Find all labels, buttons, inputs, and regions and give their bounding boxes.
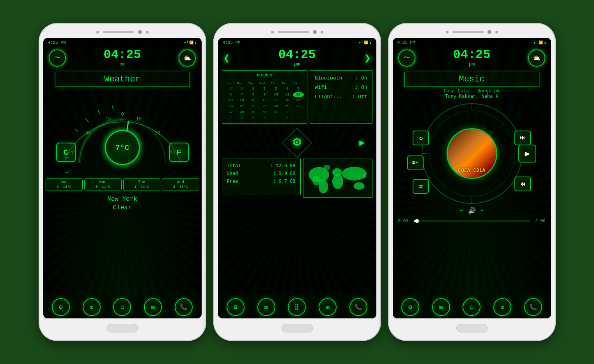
phone3-bottom [393,324,551,332]
weather-condition: Clear [43,203,202,212]
home-icon: ⌂ [121,304,124,311]
time-total: 2:59 [533,219,546,223]
forecast-sun[interactable]: Sun 3 -14°C [46,178,83,191]
status-bar: 4:25 PM ... ✱ 𝄃 📶 ▮ [43,38,202,46]
header: 〜 04:25 pm ⛅ [393,46,551,69]
p2-mid-row: ⚙ ▶ [222,129,372,156]
speaker [103,31,134,33]
header-left-btn[interactable]: 〜 [49,49,66,67]
home-physical-btn[interactable] [107,324,138,332]
skip-next-btn[interactable]: ⏭ [514,131,531,145]
skip-prev-btn[interactable]: ⏮ [514,177,531,191]
header-left-btn[interactable]: 〜 [398,49,415,67]
nav-grid[interactable]: ⣿ [288,298,306,316]
cal-hdr: Sun [225,81,236,86]
forecast-row: Sun 3 -14°C Mon 0 -11°C Tue 1 -11°C Wed … [43,178,202,191]
nav-settings[interactable]: ⚙ [227,298,245,316]
camera [488,30,491,34]
day-label: Tue [124,180,160,184]
forecast-mon[interactable]: Mon 0 -11°C [84,178,122,191]
temp-range: 1 -11°C [124,185,160,189]
time-display: 04:25 pm [103,49,141,67]
day-label: Wed [163,180,198,184]
celsius-label: C [63,148,68,157]
queue-btn[interactable]: ≡+ [407,155,424,170]
nav-phone[interactable]: 📞 [175,298,193,316]
vol-down-btn[interactable]: − [460,208,463,214]
forecast-wed[interactable]: Wed 4 -15°C [162,178,199,191]
progress-row: 0:00 2:59 [398,219,546,223]
play-btn[interactable]: ▶ [518,145,536,163]
weather-icon: ⛅ [183,54,191,62]
clock-ampm: pm [453,61,490,67]
progress-thumb [415,219,419,223]
svg-line-8 [75,129,78,132]
message-icon: ✉ [264,303,268,311]
header-right-btn[interactable]: ⛅ [528,49,545,67]
header-right-btn[interactable]: ⛅ [179,49,196,67]
fahrenheit-btn[interactable]: F [169,143,189,162]
weather-label: Weather [104,74,140,84]
message-icon: ✉ [90,303,94,311]
temp-range: 3 -14°C [47,185,82,189]
battery-icon: ▮ [369,41,371,45]
phone-icon: 📞 [355,303,362,311]
home-physical-btn[interactable] [456,324,488,332]
phone-icon: 📞 [529,303,537,311]
celsius-btn[interactable]: C [56,143,76,162]
next-arrow[interactable] [364,51,371,65]
vol-up-btn[interactable]: + [481,208,484,214]
nav-message[interactable]: ✉ [432,298,450,316]
clock-time: 04:25 [103,49,141,61]
nav-settings[interactable]: ⚙ [52,298,70,316]
phone3-screen: 4:25 PM ... ✱ 𝄃 📶 ▮ 〜 04:25 pm [393,38,551,318]
status-time: 4:25 PM [223,40,241,45]
cal-hdr: Thu [270,81,281,86]
gear-icon-large[interactable]: ⚙ [287,133,307,152]
status-bar: 4:25 PM ... ✱ 𝄃 📶 ▮ [218,38,376,46]
email-icon: ✉ [326,303,330,311]
nav-email[interactable]: ✉ [144,298,162,316]
nav-home[interactable]: ⌂ [113,298,131,316]
wifi-icon: 📶 [364,41,368,45]
prev-arrow[interactable] [223,51,230,65]
battery-icon: ▮ [544,41,546,45]
nav-settings[interactable]: ⚙ [401,298,419,316]
repeat-btn[interactable]: ↻ [413,131,429,145]
phone1-screen: 4:25 PM ... ✱ 𝄃 📶 ▮ 〜 04:25 pm [43,38,202,318]
phone2: 4:25 PM ... ✱ 𝄃 📶 ▮ 04:25 pm [213,23,381,341]
cal-hdr: Mon [236,81,247,86]
forecast-tue[interactable]: Tue 1 -11°C [123,178,161,191]
settings-icon: ⚙ [59,303,63,311]
cal-hdr: Sat [293,81,304,86]
nav-phone[interactable]: 📞 [349,298,367,316]
status-time: 4:25 PM [48,40,66,45]
home-physical-btn[interactable] [282,324,313,332]
temp-value: 7°C [115,143,129,152]
battery-icon: ▮ [195,41,197,45]
signal-icon: 𝄃 [187,41,188,44]
nav-email[interactable]: ✉ [493,298,511,316]
nav-home[interactable]: ⌂ [463,298,481,316]
nav-email[interactable]: ✉ [319,298,337,316]
nav-phone[interactable]: 📞 [524,298,542,316]
cal-hdr: Tue [248,81,259,86]
right-arrow-btn[interactable]: ▶ [359,138,364,148]
header: 〜 04:25 pm ⛅ [43,46,202,69]
cal-hdr: Wed [259,81,270,86]
shuffle-btn[interactable]: ⇄ [413,179,429,194]
phone1: 4:25 PM ... ✱ 𝄃 📶 ▮ 〜 04:25 pm [39,23,206,341]
status-dots: ... [176,41,183,44]
time-current: 0:00 [398,219,411,223]
weather-icon: ⛅ [533,54,541,62]
volume-row: − 🔊 + [393,206,551,216]
status-icons: ... ✱ 𝄃 📶 ▮ [526,41,546,45]
wifi-icon: 📶 [189,41,193,45]
nav-message[interactable]: ✉ [83,298,101,316]
nav-message[interactable]: ✉ [257,298,275,316]
progress-bar[interactable] [414,220,530,222]
album-art: COCA COLA [447,128,497,179]
camera-small2 [146,31,149,34]
wave-icon: 〜 [54,54,60,62]
email-icon: ✉ [151,303,155,311]
